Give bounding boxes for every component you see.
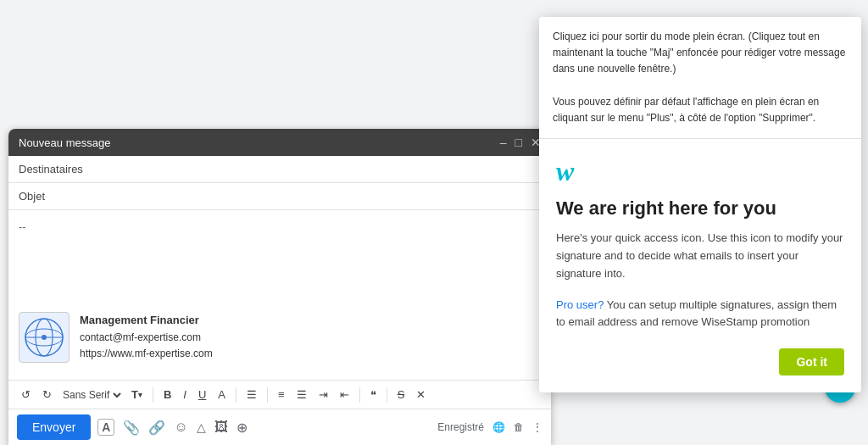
attach-file-icon[interactable]: 📎 <box>123 420 140 436</box>
svg-point-4 <box>42 335 47 340</box>
compose-header: Nouveau message – □ ✕ <box>8 129 551 156</box>
photo-icon[interactable]: 🖼 <box>214 420 228 435</box>
signature-block: Management Financier contact@mf-expertis… <box>19 312 213 363</box>
link-icon[interactable]: 🔗 <box>148 420 165 436</box>
header-actions: – □ ✕ <box>500 136 541 149</box>
tooltip-title: We are right here for you <box>556 197 844 220</box>
ordered-list-button[interactable]: ≡ <box>274 386 289 403</box>
clear-format-button[interactable]: ✕ <box>412 386 430 403</box>
font-size-button[interactable]: T▾ <box>127 386 147 403</box>
wisestamp-logo: w <box>556 156 844 187</box>
subject-label: Objet <box>19 190 45 203</box>
tooltip-top: Cliquez ici pour sortir du mode plein éc… <box>539 17 861 139</box>
signature-text: Management Financier contact@mf-expertis… <box>80 312 213 362</box>
bottom-icons: A 📎 🔗 ☺ △ 🖼 ⊕ <box>97 419 247 436</box>
company-name: Management Financier <box>80 312 213 330</box>
toolbar-divider-4 <box>359 387 360 403</box>
saved-status: Enregistré <box>437 421 484 433</box>
to-field[interactable]: Destinataires <box>8 156 551 183</box>
tooltip-instruction-2: Vous pouvez définir par défaut l'afficha… <box>553 94 848 126</box>
tooltip-instruction-1: Cliquez ici pour sortir du mode plein éc… <box>553 29 848 78</box>
strikethrough-button[interactable]: S <box>393 386 409 403</box>
outdent-button[interactable]: ⇤ <box>336 386 353 403</box>
pro-user-link[interactable]: Pro user? <box>556 298 604 311</box>
tooltip-box: Cliquez ici pour sortir du mode plein éc… <box>539 17 861 392</box>
send-button[interactable]: Envoyer <box>17 414 91 440</box>
indent-button[interactable]: ⇥ <box>314 386 332 403</box>
text-format-icon[interactable]: A <box>97 419 114 436</box>
more-button[interactable]: ⋮ <box>532 421 542 433</box>
align-button[interactable]: ☰ <box>242 386 261 403</box>
company-logo <box>19 312 70 363</box>
got-it-button[interactable]: Got it <box>779 348 844 375</box>
compose-bottom: Envoyer A 📎 🔗 ☺ △ 🖼 ⊕ Enregistré 🌐 🗑 ⋮ <box>8 409 551 445</box>
font-select[interactable]: Sans Serif <box>59 388 124 402</box>
unordered-list-button[interactable]: ☰ <box>292 386 311 403</box>
bottom-right: Enregistré 🌐 🗑 ⋮ <box>437 421 542 433</box>
subject-field[interactable]: Objet <box>8 183 551 210</box>
underline-button[interactable]: U <box>194 386 210 403</box>
compose-window: Nouveau message – □ ✕ Destinataires Obje… <box>8 129 551 445</box>
toolbar-divider-1 <box>153 387 153 403</box>
toolbar-divider-5 <box>387 387 387 403</box>
emoji-icon[interactable]: ☺ <box>174 420 187 435</box>
quote-button[interactable]: ❝ <box>366 386 381 403</box>
company-email: contact@mf-expertise.com <box>80 330 213 346</box>
bold-button[interactable]: B <box>159 386 175 403</box>
tooltip-promo: Pro user? You can setup multiple signatu… <box>556 297 844 332</box>
tooltip-desc: Here's your quick access icon. Use this … <box>556 230 844 282</box>
got-it-container: Got it <box>556 348 844 375</box>
font-color-button[interactable]: A <box>214 386 230 403</box>
italic-button[interactable]: I <box>179 386 191 403</box>
more-options-icon[interactable]: ⊕ <box>236 420 248 436</box>
redo-button[interactable]: ↻ <box>38 386 56 403</box>
compose-body[interactable]: -- Management Financier contact@mf-exper… <box>8 210 551 380</box>
maximize-button[interactable]: □ <box>515 136 522 149</box>
to-label: Destinataires <box>19 163 83 175</box>
toolbar-divider-2 <box>236 387 236 403</box>
tooltip-card: w We are right here for you Here's your … <box>539 139 861 392</box>
toolbar-divider-3 <box>267 387 268 403</box>
company-website: https://www.mf-expertise.com <box>80 346 213 362</box>
language-icon[interactable]: 🌐 <box>492 421 505 433</box>
compose-toolbar: ↺ ↻ Sans Serif T▾ B I U A ☰ ≡ ☰ ⇥ ⇤ ❝ S … <box>8 380 551 409</box>
compose-title: Nouveau message <box>19 136 110 149</box>
minimize-button[interactable]: – <box>500 136 507 149</box>
undo-button[interactable]: ↺ <box>17 386 35 403</box>
drive-icon[interactable]: △ <box>197 420 206 434</box>
delete-button[interactable]: 🗑 <box>514 421 524 433</box>
dash-separator: -- <box>19 220 541 233</box>
